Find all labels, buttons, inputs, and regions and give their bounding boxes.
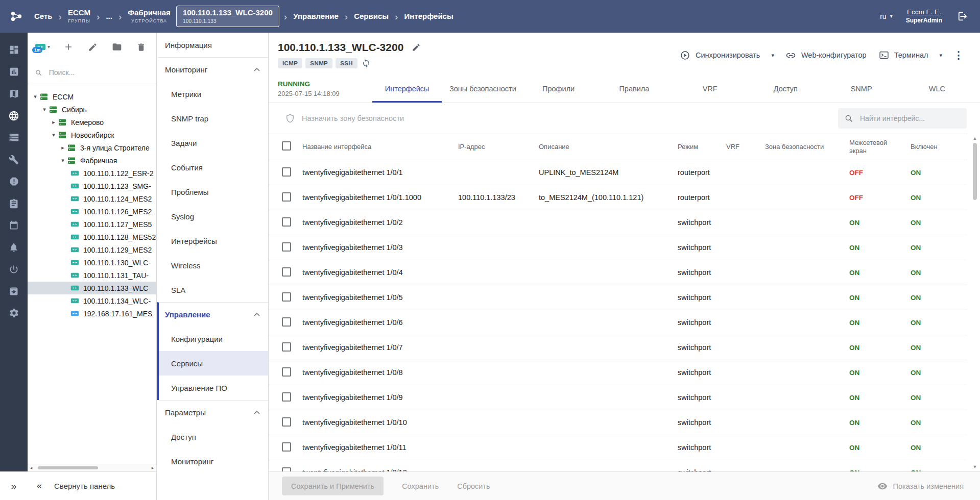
- terminal-button[interactable]: Терминал: [875, 46, 933, 64]
- interface-row[interactable]: twentyfivegigabitethernet 1/0/1 UPLINK_t…: [269, 160, 968, 185]
- interface-row[interactable]: twentyfivegigabitethernet 1/0/12 switchp…: [269, 460, 968, 472]
- tree-expand-arrow[interactable]: [58, 145, 67, 151]
- tree-node[interactable]: 100.110.1.129_MES2: [28, 243, 156, 256]
- tab[interactable]: Зоны безопасности: [445, 74, 520, 103]
- menu-item[interactable]: Syslog: [157, 204, 268, 229]
- language-selector[interactable]: ru ▾: [880, 12, 892, 20]
- interface-row[interactable]: twentyfivegigabitethernet 1/0/7 switchpo…: [269, 335, 968, 360]
- tree-expand-arrow[interactable]: [58, 158, 67, 163]
- tree-node[interactable]: Фабричная: [28, 154, 156, 167]
- menu-item[interactable]: Проблемы: [157, 180, 268, 204]
- row-checkbox[interactable]: [282, 167, 291, 177]
- scrollbar-thumb[interactable]: [973, 143, 977, 200]
- more-actions-button[interactable]: ⋮: [949, 49, 968, 61]
- tree-node[interactable]: 3-я улица Строителе: [28, 141, 156, 154]
- tree-node[interactable]: Сибирь: [28, 103, 156, 116]
- edit-title-button[interactable]: [411, 42, 422, 53]
- interface-row[interactable]: twentyfivegigabitethernet 1/0/3 switchpo…: [269, 235, 968, 260]
- add-group-button[interactable]: [111, 41, 123, 53]
- tree-node[interactable]: 100.110.1.122_ESR-2: [28, 167, 156, 180]
- logout-button[interactable]: [955, 9, 971, 24]
- tree-expand-arrow[interactable]: [40, 107, 49, 112]
- menu-item[interactable]: Wireless: [157, 253, 268, 278]
- tree-node[interactable]: 100.110.1.131_TAU-: [28, 269, 156, 282]
- menu-item[interactable]: SLA: [157, 278, 268, 302]
- rail-devices-button[interactable]: [0, 127, 28, 148]
- expand-panel-button[interactable]: »: [0, 471, 28, 500]
- tree-node[interactable]: 100.110.1.127_MES5: [28, 218, 156, 231]
- interface-row[interactable]: twentyfivegigabitethernet 1/0/1.1000 100…: [269, 185, 968, 210]
- breadcrumb-interfaces[interactable]: Интерфейсы: [400, 12, 457, 21]
- breadcrumb-management[interactable]: Управление: [290, 12, 342, 21]
- app-logo[interactable]: [5, 10, 28, 23]
- tab[interactable]: Профили: [521, 74, 596, 103]
- breadcrumb-network[interactable]: Сеть: [31, 12, 56, 21]
- web-configurator-button[interactable]: Web-конфигуратор: [781, 46, 871, 65]
- tree-node[interactable]: 100.110.1.130_WLC-: [28, 256, 156, 269]
- rail-dashboard-button[interactable]: [0, 39, 28, 61]
- tab[interactable]: Правила: [596, 74, 672, 103]
- row-checkbox[interactable]: [282, 242, 291, 252]
- scroll-right-arrow-icon[interactable]: ▸: [149, 466, 156, 470]
- row-checkbox[interactable]: [282, 267, 291, 277]
- row-checkbox[interactable]: [282, 467, 291, 472]
- scroll-up-arrow-icon[interactable]: ▲: [973, 135, 977, 142]
- row-checkbox[interactable]: [282, 367, 291, 377]
- scroll-left-arrow-icon[interactable]: ◂: [28, 466, 35, 470]
- reset-button[interactable]: Сбросить: [457, 482, 490, 490]
- interface-row[interactable]: twentyfivegigabitethernet 1/0/5 switchpo…: [269, 285, 968, 310]
- tab[interactable]: VRF: [672, 74, 748, 103]
- rail-incidents-button[interactable]: [0, 170, 28, 192]
- menu-item[interactable]: Интерфейсы: [157, 229, 268, 253]
- row-checkbox[interactable]: [282, 392, 291, 402]
- show-changes-button[interactable]: Показать изменения: [874, 481, 967, 492]
- rail-map-button[interactable]: [0, 83, 28, 105]
- tab[interactable]: SNMP: [824, 74, 899, 103]
- tab[interactable]: Интерфейсы: [369, 74, 445, 103]
- rail-tasks-button[interactable]: [0, 192, 28, 214]
- row-checkbox[interactable]: [282, 192, 291, 202]
- tree-expand-arrow[interactable]: [49, 119, 58, 125]
- scrollbar-track[interactable]: [35, 466, 149, 470]
- tree-node[interactable]: 192.168.17.161_MES: [28, 307, 156, 320]
- delete-node-button[interactable]: [135, 41, 147, 53]
- scroll-down-arrow-icon[interactable]: ▼: [973, 463, 977, 470]
- breadcrumb-collapsed[interactable]: ...: [102, 12, 116, 21]
- user-menu[interactable]: Eccm E. E. SuperAdmin: [906, 8, 942, 24]
- rail-logs-button[interactable]: [0, 280, 28, 302]
- refresh-availability-button[interactable]: [361, 58, 372, 69]
- menu-item[interactable]: Параметры: [157, 400, 268, 424]
- menu-item[interactable]: Задачи: [157, 131, 268, 155]
- menu-item[interactable]: Управление: [157, 302, 268, 327]
- select-all-checkbox[interactable]: [282, 141, 291, 151]
- breadcrumb-device-group[interactable]: Фабричная УСТРОЙСТВА: [124, 9, 174, 23]
- menu-item[interactable]: Сервисы: [157, 351, 268, 376]
- save-button[interactable]: Сохранить: [402, 482, 439, 490]
- breadcrumb-device-current[interactable]: 100.110.1.133_WLC-3200 100.110.1.133: [176, 6, 279, 27]
- rail-power-button[interactable]: [0, 258, 28, 280]
- rail-reports-button[interactable]: [0, 61, 28, 83]
- save-and-apply-button[interactable]: Сохранить и Применить: [282, 477, 384, 495]
- tree-node[interactable]: Новосибирск: [28, 129, 156, 141]
- interface-row[interactable]: twentyfivegigabitethernet 1/0/6 switchpo…: [269, 310, 968, 335]
- menu-item[interactable]: Информация: [157, 33, 268, 57]
- interface-row[interactable]: twentyfivegigabitethernet 1/0/10 switchp…: [269, 410, 968, 435]
- row-checkbox[interactable]: [282, 342, 291, 352]
- menu-item[interactable]: События: [157, 155, 268, 180]
- tree-node[interactable]: 100.110.1.124_MES2: [28, 192, 156, 205]
- menu-item[interactable]: SNMP trap: [157, 106, 268, 131]
- row-checkbox[interactable]: [282, 417, 291, 427]
- terminal-menu-button[interactable]: ▾: [936, 48, 945, 63]
- breadcrumb-groups[interactable]: ECCM ГРУППЫ: [64, 9, 94, 23]
- interface-row[interactable]: twentyfivegigabitethernet 1/0/8 switchpo…: [269, 360, 968, 385]
- tree-search-input[interactable]: [48, 68, 149, 77]
- add-device-button[interactable]: [62, 41, 75, 53]
- menu-item[interactable]: Мониторинг: [157, 449, 268, 473]
- row-checkbox[interactable]: [282, 317, 291, 327]
- tree-node[interactable]: 100.110.1.134_WLC-: [28, 294, 156, 307]
- rail-tools-button[interactable]: [0, 148, 28, 170]
- interface-search-input[interactable]: [859, 114, 961, 123]
- tree-node[interactable]: 100.110.1.123_SMG-: [28, 180, 156, 192]
- tree-node[interactable]: Кемерово: [28, 116, 156, 129]
- collapse-panel-button[interactable]: « Свернуть панель: [28, 471, 156, 500]
